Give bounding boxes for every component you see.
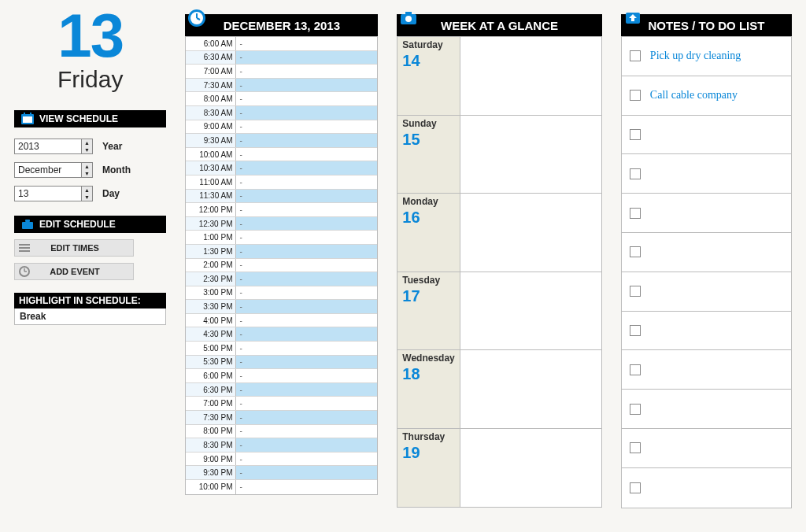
year-up[interactable]: ▲ bbox=[82, 139, 92, 146]
slot-cell[interactable]: - bbox=[236, 259, 377, 272]
slot-cell[interactable]: - bbox=[236, 106, 377, 120]
day-row: 12:00 PM- bbox=[186, 203, 377, 217]
slot-cell[interactable]: - bbox=[236, 286, 377, 300]
day-input[interactable]: 13 ▲▼ bbox=[14, 186, 93, 201]
note-checkbox[interactable] bbox=[630, 208, 641, 219]
slot-cell[interactable]: - bbox=[236, 425, 377, 438]
slot-cell[interactable]: - bbox=[236, 397, 377, 410]
day-down[interactable]: ▼ bbox=[82, 194, 92, 201]
day-row: 11:00 AM- bbox=[186, 175, 377, 190]
slot-cell[interactable]: - bbox=[236, 453, 377, 466]
note-row bbox=[622, 429, 791, 468]
slot-cell[interactable]: - bbox=[236, 231, 377, 244]
note-checkbox[interactable] bbox=[630, 286, 641, 297]
slot-cell[interactable]: - bbox=[236, 411, 377, 424]
month-input[interactable]: December ▲▼ bbox=[14, 162, 93, 178]
week-day-name: Tuesday bbox=[402, 275, 455, 286]
week-day-label: Tuesday17 bbox=[397, 272, 460, 350]
svg-rect-2 bbox=[24, 113, 25, 116]
view-schedule-label: VIEW SCHEDULE bbox=[39, 113, 118, 124]
time-cell: 6:00 AM bbox=[186, 37, 236, 50]
day-row: 5:00 PM- bbox=[186, 342, 377, 356]
slot-cell[interactable]: - bbox=[236, 245, 377, 258]
note-checkbox[interactable] bbox=[630, 325, 641, 336]
month-up[interactable]: ▲ bbox=[82, 163, 92, 170]
slot-cell[interactable]: - bbox=[236, 120, 377, 134]
slot-cell[interactable]: - bbox=[236, 369, 377, 382]
day-row: 2:30 PM- bbox=[186, 272, 377, 286]
month-down[interactable]: ▼ bbox=[82, 170, 92, 177]
slot-cell[interactable]: - bbox=[236, 383, 377, 397]
note-checkbox[interactable] bbox=[630, 50, 641, 61]
week-day-name: Wednesday bbox=[402, 353, 455, 364]
note-checkbox[interactable] bbox=[630, 168, 641, 179]
week-cell: Saturday14 bbox=[397, 37, 601, 116]
day-row: 12:30 PM- bbox=[186, 217, 377, 231]
note-checkbox[interactable] bbox=[630, 90, 641, 101]
day-row: 5:30 PM- bbox=[186, 356, 377, 370]
week-cell: Tuesday17 bbox=[397, 272, 601, 351]
note-row bbox=[622, 468, 791, 508]
time-cell: 2:30 PM bbox=[186, 272, 236, 286]
week-day-content[interactable] bbox=[460, 194, 601, 272]
note-text[interactable]: Pick up dry cleaning bbox=[650, 50, 741, 62]
slot-cell[interactable]: - bbox=[236, 217, 377, 231]
note-row: Pick up dry cleaning bbox=[622, 37, 791, 76]
slot-cell[interactable]: - bbox=[236, 161, 377, 175]
day-row: 8:30 AM- bbox=[186, 106, 377, 120]
note-row bbox=[622, 272, 791, 312]
time-cell: 10:30 AM bbox=[186, 161, 236, 175]
time-cell: 10:00 AM bbox=[186, 148, 236, 161]
slot-cell[interactable]: - bbox=[236, 92, 377, 105]
week-day-content[interactable] bbox=[460, 116, 601, 194]
slot-cell[interactable]: - bbox=[236, 190, 377, 203]
slot-cell[interactable]: - bbox=[236, 51, 377, 65]
note-checkbox[interactable] bbox=[630, 246, 641, 257]
day-schedule-panel: DECEMBER 13, 2013 6:00 AM-6:30 AM-7:00 A… bbox=[185, 8, 378, 508]
add-event-button[interactable]: ADD EVENT bbox=[14, 263, 134, 280]
day-row: 3:30 PM- bbox=[186, 300, 377, 314]
note-row bbox=[622, 233, 791, 272]
week-day-content[interactable] bbox=[460, 272, 601, 350]
note-row: Call cable company bbox=[622, 76, 791, 116]
slot-cell[interactable]: - bbox=[236, 79, 377, 92]
year-input[interactable]: 2013 ▲▼ bbox=[14, 139, 93, 154]
slot-cell[interactable]: - bbox=[236, 480, 377, 494]
week-table: Saturday14Sunday15Monday16Tuesday17Wedne… bbox=[397, 36, 602, 508]
list-icon bbox=[15, 242, 34, 253]
time-cell: 12:30 PM bbox=[186, 217, 236, 231]
note-checkbox[interactable] bbox=[630, 364, 641, 375]
note-checkbox[interactable] bbox=[630, 442, 641, 453]
note-row bbox=[622, 194, 791, 233]
week-day-number: 14 bbox=[402, 52, 455, 70]
slot-cell[interactable]: - bbox=[236, 466, 377, 479]
edit-times-button[interactable]: EDIT TIMES bbox=[14, 239, 134, 257]
time-cell: 8:00 PM bbox=[186, 425, 236, 438]
highlight-input[interactable]: Break bbox=[14, 308, 166, 325]
month-label: Month bbox=[102, 164, 131, 175]
slot-cell[interactable]: - bbox=[236, 203, 377, 216]
note-checkbox[interactable] bbox=[630, 129, 641, 140]
day-up[interactable]: ▲ bbox=[82, 187, 92, 194]
slot-cell[interactable]: - bbox=[236, 327, 377, 341]
slot-cell[interactable]: - bbox=[236, 356, 377, 369]
slot-cell[interactable]: - bbox=[236, 272, 377, 286]
notes-list: Pick up dry cleaningCall cable company bbox=[621, 36, 792, 508]
slot-cell[interactable]: - bbox=[236, 65, 377, 78]
week-day-content[interactable] bbox=[460, 350, 601, 428]
slot-cell[interactable]: - bbox=[236, 438, 377, 452]
week-day-content[interactable] bbox=[460, 429, 601, 508]
edit-schedule-label: EDIT SCHEDULE bbox=[39, 219, 116, 230]
slot-cell[interactable]: - bbox=[236, 314, 377, 327]
week-day-content[interactable] bbox=[460, 37, 601, 115]
slot-cell[interactable]: - bbox=[236, 134, 377, 147]
note-text[interactable]: Call cable company bbox=[650, 89, 738, 102]
note-checkbox[interactable] bbox=[630, 482, 641, 493]
note-checkbox[interactable] bbox=[630, 404, 641, 415]
slot-cell[interactable]: - bbox=[236, 148, 377, 161]
slot-cell[interactable]: - bbox=[236, 175, 377, 189]
slot-cell[interactable]: - bbox=[236, 37, 377, 50]
slot-cell[interactable]: - bbox=[236, 300, 377, 313]
slot-cell[interactable]: - bbox=[236, 342, 377, 355]
year-down[interactable]: ▼ bbox=[82, 146, 92, 153]
